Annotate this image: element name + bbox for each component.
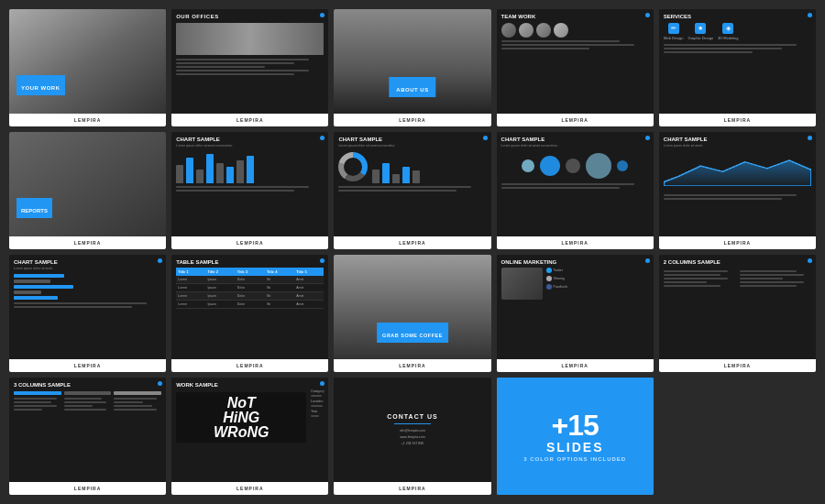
slide-content: OUR OFFICES	[171, 9, 328, 114]
slide-chart-hbar[interactable]: CHART SAMPLE Lorem ipsum dolor sit amet.	[9, 255, 166, 372]
slide-online-marketing[interactable]: ONLINE MARKETING Twitter Sharing Faceboo…	[497, 255, 654, 372]
table-cell: Amet	[294, 276, 324, 284]
bar-chart	[176, 151, 324, 183]
slide-table-sample[interactable]: TABLE SAMPLE Title 1 Title 2 Title 3 Tit…	[171, 255, 328, 372]
slide-footer: LEMPIRA	[9, 482, 166, 495]
table-cell: Dolor	[236, 284, 265, 292]
about-us-label: ABOUT US	[389, 77, 435, 97]
slide-reports[interactable]: REPORTS LEMPIRA	[9, 132, 166, 249]
bar	[236, 160, 244, 183]
text-line	[664, 48, 782, 49]
slide-about-us[interactable]: ABOUT US LEMPIRA	[334, 9, 490, 126]
contact-info: info@lempira.com www.lempira.com +1 234 …	[400, 428, 425, 447]
columns-wrap	[664, 268, 811, 289]
sub-text: Lorem ipsum dolor sit amet consectetur.	[338, 144, 486, 148]
text-line	[176, 190, 294, 192]
text-line	[664, 281, 707, 283]
slide-footer: LEMPIRA	[659, 359, 816, 372]
table-header: Title 3	[236, 268, 265, 276]
slide-team-work[interactable]: TEAM WORK LEMPIRA	[497, 9, 654, 126]
slide-chart-bar[interactable]: CHART SAMPLE Lorem ipsum dolor sit amet …	[171, 132, 328, 249]
slide-content: 3 COLUMNS SAMPLE	[9, 378, 166, 482]
slide-content: TABLE SAMPLE Title 1 Title 2 Title 3 Tit…	[171, 255, 328, 359]
slide-content: CHART SAMPLE Lorem ipsum dolor sit amet.	[659, 132, 816, 236]
text-line	[501, 48, 590, 49]
slide-work-sample[interactable]: WORK SAMPLE NoTHiNGWRoNG Category Locati…	[171, 378, 328, 495]
coffee-label: GRAB SOME COFFEE	[377, 323, 448, 343]
text-line	[176, 62, 294, 64]
accent-dot	[645, 136, 650, 140]
slide-content: CHART SAMPLE Lorem ipsum dolor sit amet.	[9, 255, 166, 359]
table-cell: Dolor	[236, 276, 265, 284]
slide-footer: LEMPIRA	[659, 236, 816, 249]
donut-chart-wrap	[338, 151, 486, 183]
bar	[382, 163, 390, 183]
text-line	[176, 186, 309, 188]
accent-dot	[808, 258, 812, 263]
accent-dot	[158, 258, 162, 263]
text-line	[501, 183, 634, 185]
slide-footer: LEMPIRA	[9, 359, 166, 372]
slide-footer: LEMPIRA	[171, 359, 328, 372]
table-header: Title 2	[205, 268, 235, 276]
office-image	[176, 23, 324, 55]
slide-chart-donut[interactable]: CHART SAMPLE Lorem ipsum dolor sit amet …	[334, 132, 490, 249]
text-line	[64, 405, 93, 407]
table-cell: Amet	[294, 284, 324, 292]
year-label: Year	[311, 410, 324, 413]
text-content	[664, 270, 735, 287]
slide-two-columns[interactable]: 2 COLUMNS SAMPLE	[659, 255, 816, 372]
text-line	[311, 405, 323, 407]
bar	[186, 158, 193, 183]
slide-promo[interactable]: +15 SLIDES 3 COLOR OPTIONS INCLUDED	[497, 378, 654, 495]
marketing-items: Twitter Sharing Facebook	[546, 268, 567, 300]
slide-chart-bubble[interactable]: CHART SAMPLE Lorem ipsum dolor sit amet …	[497, 132, 654, 249]
photo-background	[9, 9, 166, 114]
slide-chart-area[interactable]: CHART SAMPLE Lorem ipsum dolor sit amet.…	[659, 132, 816, 249]
slide-services[interactable]: SERVICES ✏ Web Design ★ Graphic Design ◈…	[659, 9, 816, 126]
column-2	[740, 268, 811, 289]
service-label: Web Design	[664, 36, 684, 40]
contact-divider	[394, 423, 431, 424]
slide-coffee[interactable]: GRAB SOME COFFEE LEMPIRA	[334, 255, 490, 372]
3d-modeling-icon: ◈	[722, 23, 733, 34]
slide-contact-us[interactable]: CONTACT US info@lempira.com www.lempira.…	[334, 378, 490, 495]
table-row: Lorem Ipsum Dolor Sit Amet	[176, 276, 324, 284]
text-line	[14, 409, 42, 411]
service-label: Graphic Design	[688, 36, 714, 40]
marketing-content: Twitter Sharing Facebook	[501, 268, 649, 300]
slide-our-offices[interactable]: OUR OFFICES LEMPIRA	[171, 9, 328, 126]
service-label: 3D Modeling	[718, 36, 738, 40]
slide-three-columns[interactable]: 3 COLUMNS SAMPLE	[9, 378, 166, 495]
bubble	[586, 153, 611, 179]
data-table: Title 1 Title 2 Title 3 Title 4 Title 5 …	[176, 268, 324, 309]
work-content: NoTHiNGWRoNG Category Location Year	[176, 389, 324, 443]
text-content	[176, 59, 324, 75]
slide-title: OUR OFFICES	[176, 14, 324, 19]
location-label: Location	[311, 400, 324, 403]
text-content	[501, 183, 649, 189]
slide-your-work[interactable]: YOUR WORK LEMPIRA	[9, 9, 166, 126]
text-line	[14, 398, 57, 400]
sharing-icon	[546, 276, 552, 281]
text-content	[14, 302, 161, 308]
area-chart	[664, 154, 811, 186]
text-line	[14, 401, 51, 403]
marketing-item-facebook: Facebook	[546, 284, 567, 290]
table-cell: Ipsum	[205, 284, 235, 292]
slide-footer: LEMPIRA	[171, 482, 328, 495]
slide-content: REPORTS	[9, 132, 166, 236]
work-details: Category Location Year	[309, 389, 324, 443]
bar	[372, 170, 380, 183]
slide-footer: LEMPIRA	[171, 114, 328, 126]
service-item: ◈ 3D Modeling	[718, 23, 738, 40]
table-row: Lorem Ipsum Dolor Sit Amet	[176, 284, 324, 292]
sharing-label: Sharing	[554, 277, 565, 280]
slide-footer: LEMPIRA	[659, 114, 816, 126]
text-line	[664, 270, 728, 272]
text-line	[501, 187, 620, 189]
text-line	[311, 415, 319, 417]
table-cell: Sit	[265, 301, 294, 309]
text-content	[501, 40, 649, 49]
text-line	[501, 40, 620, 42]
